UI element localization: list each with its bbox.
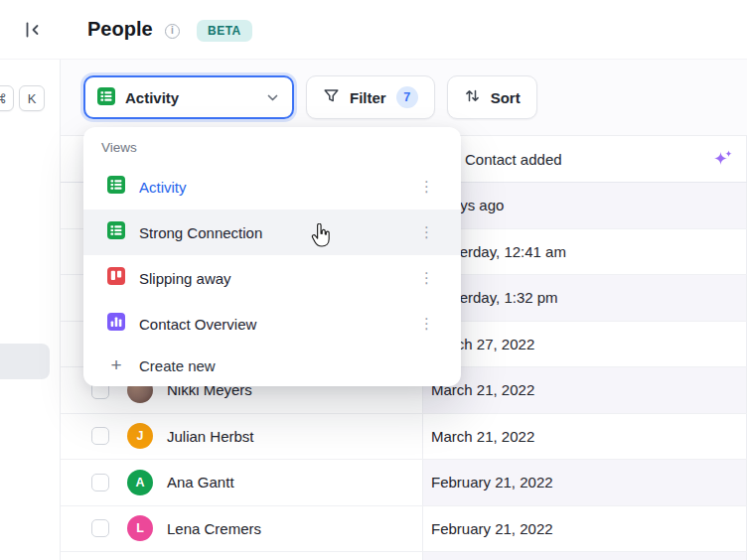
shortcut-key-chip: K: [19, 85, 45, 111]
person-cell: [60, 552, 422, 560]
menu-item-slipping-away[interactable]: Slipping away ⋮: [83, 255, 461, 301]
app-root: People i BETA ⌘ K Activity: [0, 0, 747, 560]
menu-item-options-icon[interactable]: ⋮: [414, 267, 439, 289]
plus-icon: +: [107, 354, 125, 376]
contact-added-cell: February 21, 2022: [422, 460, 747, 505]
chevron-down-icon: [265, 90, 280, 105]
contact-added-cell: Yesterday, 12:41 am: [422, 229, 747, 275]
person-cell: L Lena Cremers: [60, 506, 422, 552]
row-checkbox[interactable]: [91, 519, 109, 537]
view-selector-button[interactable]: Activity: [83, 75, 294, 119]
menu-item-contact-overview[interactable]: Contact Overview ⋮: [83, 301, 461, 347]
menu-item-label: Strong Connection: [139, 224, 400, 241]
collapse-sidebar-icon: [22, 29, 44, 44]
sort-button-label: Sort: [491, 89, 521, 106]
menu-item-strong-connection[interactable]: Strong Connection ⋮: [83, 210, 461, 255]
table-row-empty: [60, 552, 747, 560]
views-menu: Views Activity ⋮ Strong Connection ⋮ Sli…: [83, 127, 461, 386]
contact-added-header-label: Contact added: [465, 151, 562, 168]
board-view-icon: [107, 267, 125, 289]
contact-added-value: February 21, 2022: [431, 520, 553, 537]
person-cell: A Ana Gantt: [60, 460, 422, 505]
shortcut-modifier-chip: ⌘: [0, 85, 14, 111]
top-bar: People i BETA: [0, 0, 747, 60]
menu-item-activity[interactable]: Activity ⋮: [83, 164, 461, 210]
table-row[interactable]: A Ana Gantt February 21, 2022: [60, 460, 747, 506]
view-selector-label: Activity: [125, 89, 179, 106]
filter-button[interactable]: Filter 7: [306, 75, 435, 119]
chart-view-icon: [107, 313, 125, 335]
person-name: Ana Gantt: [167, 474, 234, 490]
contact-added-cell: March 27, 2022: [422, 322, 747, 367]
menu-item-options-icon[interactable]: ⋮: [414, 313, 439, 335]
table-row[interactable]: J Julian Herbst March 21, 2022: [60, 414, 747, 461]
ai-sparkle-icon[interactable]: [712, 149, 734, 169]
contact-added-value: March 21, 2022: [431, 428, 534, 445]
contact-added-cell: March 21, 2022: [422, 367, 747, 413]
person-name: Julian Herbst: [167, 428, 254, 445]
avatar: L: [127, 515, 153, 541]
toolbar: Activity Filter 7 Sort: [83, 75, 537, 119]
menu-item-label: Contact Overview: [139, 316, 400, 333]
create-new-label: Create new: [139, 357, 216, 374]
create-new-view-button[interactable]: + Create new: [83, 347, 461, 384]
contact-added-cell: [422, 552, 747, 560]
table-view-icon: [97, 87, 115, 108]
contact-added-cell: February 21, 2022: [422, 506, 747, 552]
menu-item-options-icon[interactable]: ⋮: [414, 176, 439, 198]
menu-item-label: Slipping away: [139, 270, 400, 287]
filter-button-label: Filter: [350, 89, 386, 106]
sort-button[interactable]: Sort: [447, 75, 537, 119]
table-view-icon: [107, 221, 125, 243]
collapse-sidebar-button[interactable]: [20, 18, 46, 44]
table-view-icon: [107, 176, 125, 198]
contact-added-cell: 2 days ago: [422, 183, 747, 228]
sort-arrows-icon: [464, 87, 481, 107]
page-title: People: [87, 18, 153, 41]
avatar: J: [127, 423, 153, 449]
person-name: Lena Cremers: [167, 520, 261, 537]
menu-item-label: Activity: [139, 179, 400, 196]
row-checkbox[interactable]: [91, 427, 109, 445]
info-icon[interactable]: i: [165, 24, 180, 39]
table-row[interactable]: L Lena Cremers February 21, 2022: [60, 506, 747, 553]
menu-item-options-icon[interactable]: ⋮: [414, 221, 439, 243]
row-checkbox[interactable]: [91, 474, 109, 491]
contact-added-value: February 21, 2022: [431, 474, 553, 490]
filter-count-badge: 7: [396, 86, 418, 108]
rail-highlight: [0, 344, 50, 379]
contact-added-cell: Yesterday, 1:32 pm: [422, 275, 747, 321]
left-rail: ⌘ K: [0, 60, 61, 560]
contact-added-cell: March 21, 2022: [422, 414, 747, 460]
avatar: A: [127, 470, 153, 495]
person-cell: J Julian Herbst: [60, 414, 422, 460]
filter-funnel-icon: [323, 87, 340, 107]
contact-added-column-header[interactable]: Contact added: [422, 136, 747, 182]
beta-badge: BETA: [197, 20, 252, 42]
views-section-label: Views: [83, 135, 461, 164]
